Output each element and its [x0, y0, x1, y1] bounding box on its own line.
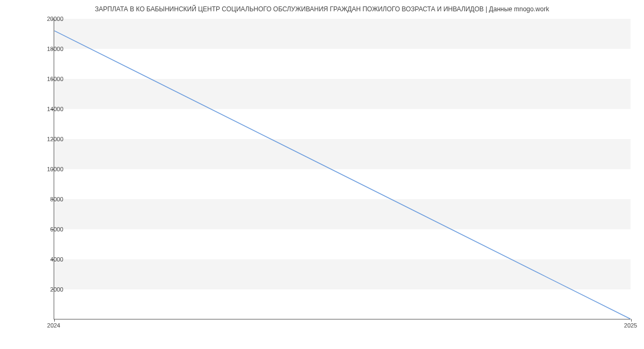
chart-title: ЗАРПЛАТА В КО БАБЫНИНСКИЙ ЦЕНТР СОЦИАЛЬН… [0, 0, 644, 13]
grid-band [54, 259, 631, 289]
x-tick-label: 2024 [47, 322, 60, 329]
y-tick-label: 4000 [50, 256, 63, 263]
y-tick-label: 18000 [47, 46, 63, 52]
chart-plot-area [54, 19, 631, 319]
x-tick-label: 2025 [624, 322, 637, 329]
y-tick-label: 8000 [50, 196, 63, 202]
y-tick-label: 20000 [47, 16, 63, 22]
plot-area [54, 19, 631, 319]
y-tick-label: 2000 [50, 286, 63, 293]
y-tick-label: 14000 [47, 106, 63, 112]
grid-band [54, 139, 631, 169]
grid-band [54, 199, 631, 229]
grid-band [54, 79, 631, 109]
grid-band [54, 19, 631, 49]
y-tick-label: 12000 [47, 136, 63, 142]
y-tick-label: 10000 [47, 166, 63, 172]
y-tick-label: 16000 [47, 76, 63, 82]
y-tick-label: 6000 [50, 226, 63, 232]
x-tick-mark [631, 319, 632, 322]
x-tick-mark [54, 319, 55, 322]
